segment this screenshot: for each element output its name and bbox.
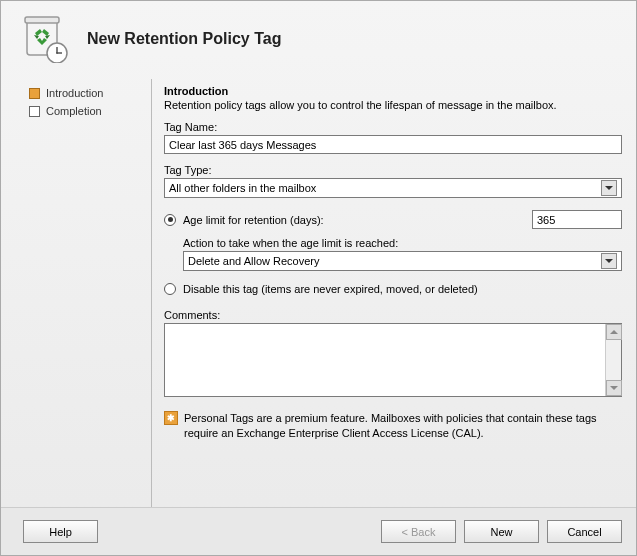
warning-icon: ✱ <box>164 411 178 425</box>
tag-name-label: Tag Name: <box>164 121 622 133</box>
disable-tag-label: Disable this tag (items are never expire… <box>183 283 622 295</box>
dropdown-button[interactable] <box>601 180 617 196</box>
action-value: Delete and Allow Recovery <box>188 255 319 267</box>
action-label: Action to take when the age limit is rea… <box>183 237 622 249</box>
scroll-up-button[interactable] <box>606 324 622 340</box>
comments-label: Comments: <box>164 309 622 321</box>
step-introduction[interactable]: Introduction <box>29 87 151 99</box>
scroll-down-button[interactable] <box>606 380 622 396</box>
wizard-dialog: New Retention Policy Tag Introduction Co… <box>0 0 637 556</box>
chevron-down-icon <box>605 259 613 263</box>
step-marker-icon <box>29 88 40 99</box>
age-limit-input[interactable] <box>532 210 622 229</box>
dialog-body: Introduction Completion Introduction Ret… <box>1 79 636 507</box>
step-completion[interactable]: Completion <box>29 105 151 117</box>
dialog-header: New Retention Policy Tag <box>1 1 636 79</box>
notice-text: Personal Tags are a premium feature. Mai… <box>184 411 622 441</box>
dropdown-button[interactable] <box>601 253 617 269</box>
chevron-down-icon <box>610 386 618 390</box>
age-limit-radio[interactable] <box>164 214 176 226</box>
age-limit-label: Age limit for retention (days): <box>183 214 324 226</box>
section-description: Retention policy tags allow you to contr… <box>164 99 622 111</box>
chevron-down-icon <box>605 186 613 190</box>
recycle-bin-icon <box>21 15 69 63</box>
tag-type-value: All other folders in the mailbox <box>169 182 316 194</box>
back-button: < Back <box>381 520 456 543</box>
vertical-divider <box>151 79 152 507</box>
tag-type-label: Tag Type: <box>164 164 622 176</box>
scrollbar[interactable] <box>605 324 621 396</box>
chevron-up-icon <box>610 330 618 334</box>
section-title: Introduction <box>164 85 622 97</box>
action-select[interactable]: Delete and Allow Recovery <box>183 251 622 271</box>
step-label: Completion <box>46 105 102 117</box>
dialog-title: New Retention Policy Tag <box>87 30 281 48</box>
premium-notice: ✱ Personal Tags are a premium feature. M… <box>164 411 622 441</box>
help-button[interactable]: Help <box>23 520 98 543</box>
step-marker-icon <box>29 106 40 117</box>
step-label: Introduction <box>46 87 103 99</box>
new-button[interactable]: New <box>464 520 539 543</box>
dialog-footer: Help < Back New Cancel <box>1 507 636 555</box>
tag-name-input[interactable] <box>164 135 622 154</box>
comments-textarea[interactable] <box>164 323 622 397</box>
content-pane: Introduction Retention policy tags allow… <box>158 79 636 507</box>
disable-tag-radio[interactable] <box>164 283 176 295</box>
svg-rect-1 <box>25 17 59 23</box>
cancel-button[interactable]: Cancel <box>547 520 622 543</box>
wizard-steps: Introduction Completion <box>1 79 151 507</box>
tag-type-select[interactable]: All other folders in the mailbox <box>164 178 622 198</box>
